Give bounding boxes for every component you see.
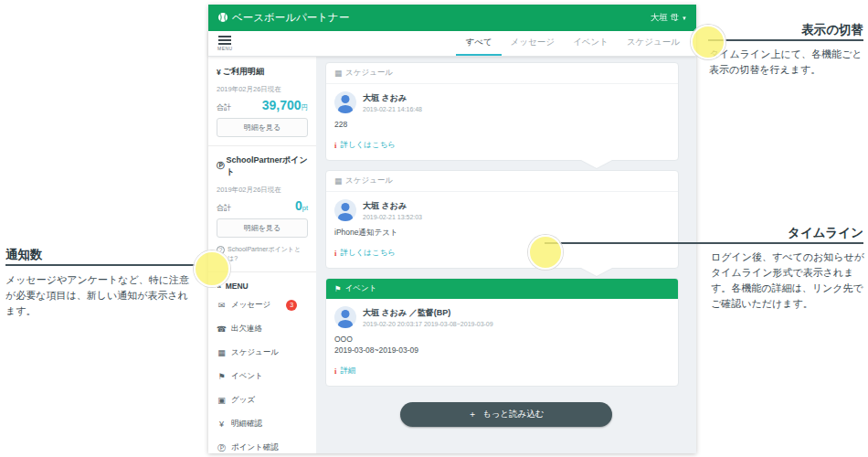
sidebar-item-messages[interactable]: ✉ メッセージ 3 [217,293,308,317]
calendar-icon: ▦ [334,176,342,186]
info-icon: i [334,141,336,150]
app-logo[interactable]: ベースボールパートナー [217,11,349,25]
divider [208,145,316,146]
author-name: 大垣 さおみ [363,200,422,212]
avatar [334,199,356,221]
highlight-circle-event-card [528,235,563,270]
card-category: ▦ スケジュール [326,63,678,84]
annotation-line [5,264,196,266]
tab-events[interactable]: イベント [564,31,618,56]
app-body: ¥ ご利用明細 2019年02月26日現在 合計 39,700円 明細を見る Ⓟ… [208,57,696,453]
tab-all[interactable]: すべて [456,31,501,56]
chevron-down-icon: ▼ [682,16,687,21]
hamburger-menu-button[interactable]: MENU [216,31,235,56]
app-header: ベースボールパートナー 大垣 母 ▼ [208,5,696,31]
user-name: 大垣 母 [651,12,679,24]
post-timestamp: 2019-02-20 20:03:17 2019-03-08~2019-03-0… [363,321,493,327]
yen-icon: ¥ [217,68,221,77]
sidebar-item-schedule[interactable]: ▦ スケジュール [217,341,308,365]
yen-icon: ¥ [217,420,227,429]
info-icon: i [334,367,336,376]
app-window: ベースボールパートナー 大垣 母 ▼ MENU すべて メッセージ イベント ス… [208,5,696,453]
post-timestamp: 2019-02-21 14:16:48 [363,106,422,112]
annotation-body-notification-count: メッセージやアンケートなど、特に注意が必要な項目は、新しい通知が表示されます。 [5,272,190,319]
timeline-card-schedule-1: ▦ スケジュール 大垣 さおみ 2019-02-21 14:16:48 228 [325,62,679,161]
calendar-icon: ▦ [334,69,342,78]
detail-link[interactable]: 詳しくはこちら [340,248,396,259]
sidebar-item-goods[interactable]: ▣ グッズ [217,388,308,412]
points-amount: 0pt [295,198,308,213]
tab-messages[interactable]: メッセージ [502,31,564,56]
card-tail [581,160,612,168]
points-total-label: 合計 [217,203,231,213]
timeline-card-event: ⚑ イベント 大垣 さおみ ／監督(BP) 2019-02-20 20:03:1… [325,278,679,388]
billing-as-of-date: 2019年02月26日現在 [217,85,308,94]
hamburger-icon [218,36,231,45]
points-detail-button[interactable]: 明細を見る [217,218,308,238]
annotation-body-timeline: ログイン後、すべてのお知らせがタイムライン形式で表示されます。各機能の詳細は、リ… [711,250,866,312]
point-icon: Ⓟ [217,442,227,454]
billing-section-title: ¥ ご利用明細 [217,66,308,78]
highlight-circle-tabs [691,25,725,59]
menu-section-header[interactable]: ∧ MENU [217,282,308,291]
sidebar-item-attendance[interactable]: ☎ 出欠連絡 [217,317,308,341]
load-more-button[interactable]: ＋ もっと読み込む [400,402,612,427]
billing-detail-button[interactable]: 明細を見る [217,118,308,137]
annotation-line [545,242,863,244]
card-category-event: ⚑ イベント [326,279,678,299]
sidebar-item-points-check[interactable]: Ⓟ ポイント確認 [217,436,308,457]
points-section-title: Ⓟ SchoolPartnerポイント [217,154,308,178]
points-as-of-date: 2019年02月26日現在 [217,186,308,195]
card-tail [581,268,612,276]
timeline-filter-tabs: すべて メッセージ イベント スケジュール [456,31,689,56]
post-body: OOO 2019-03-08~2019-03-09 [334,334,670,357]
page: ベースボールパートナー 大垣 母 ▼ MENU すべて メッセージ イベント ス… [0,0,868,457]
point-icon: Ⓟ [217,161,225,172]
sidebar-item-billing-check[interactable]: ¥ 明細確認 [217,412,308,436]
card-category: ▦ スケジュール [326,171,678,192]
avatar [334,306,356,328]
annotation-body-display-toggle: タイムライン上にて、各機能ごと表示の切替を行えます。 [709,47,866,78]
avatar [334,91,356,113]
post-timestamp: 2019-02-21 13:52:03 [363,214,422,220]
post-body: 228 [334,119,670,131]
billing-amount: 39,700円 [262,98,308,112]
author-name: 大垣 さおみ ／監督(BP) [363,307,493,319]
points-help-link[interactable]: ? SchoolPartnerポイントとは? [217,245,308,263]
flag-icon: ⚑ [217,372,227,381]
plus-icon: ＋ [468,409,477,420]
annotation-title-timeline: タイムライン [708,225,863,241]
envelope-icon: ✉ [217,301,227,310]
annotation-title-notification-count: 通知数 [5,247,43,263]
phone-icon: ☎ [217,324,227,334]
sub-header: MENU すべて メッセージ イベント スケジュール [208,31,696,57]
notification-badge: 3 [286,300,297,311]
author-name: 大垣 さおみ [363,92,422,104]
timeline-card-schedule-2: ▦ スケジュール 大垣 さおみ 2019-02-21 13:52:03 iPho… [325,170,679,269]
flag-icon: ⚑ [334,284,342,293]
tab-schedule[interactable]: スケジュール [618,31,689,56]
info-icon: i [334,249,336,258]
baseball-icon [217,12,228,25]
billing-total-row: 合計 39,700円 [217,98,308,112]
annotation-title-display-toggle: 表示の切替 [708,22,863,38]
timeline-feed: ▦ スケジュール 大垣 さおみ 2019-02-21 14:16:48 228 [316,57,696,453]
highlight-circle-messages [194,250,230,287]
annotation-line [708,39,863,41]
post-body: iPhone通知テスト [334,227,670,239]
bag-icon: ▣ [217,396,227,405]
points-total-row: 合計 0pt [217,198,308,213]
billing-total-label: 合計 [217,102,231,112]
user-menu[interactable]: 大垣 母 ▼ [651,12,687,24]
detail-link[interactable]: 詳細 [340,366,355,377]
hamburger-label: MENU [217,46,233,51]
sidebar-item-events[interactable]: ⚑ イベント [217,365,308,388]
calendar-icon: ▦ [217,348,227,357]
detail-link[interactable]: 詳しくはこちら [340,140,396,151]
app-title: ベースボールパートナー [232,11,349,25]
